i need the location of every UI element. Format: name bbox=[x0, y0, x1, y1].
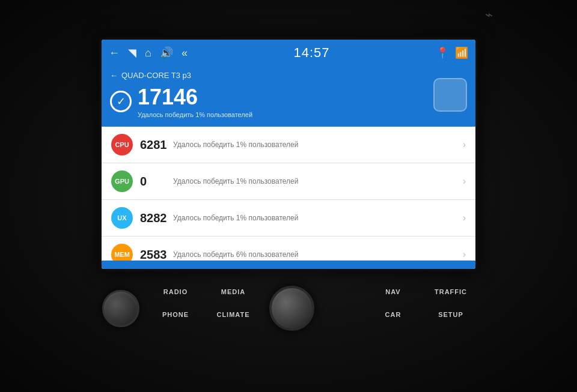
mem-description: Удалось победить 6% пользователей bbox=[173, 250, 463, 259]
radio-button[interactable]: RADIO bbox=[151, 288, 200, 306]
screen: ← ◥ ⌂ 🔊 « 14:57 📍 📶 ← QUAD-CORE T3 p bbox=[102, 40, 475, 269]
volume-icon[interactable]: 🔊 bbox=[160, 46, 173, 59]
top-bar-left-icons: ← ◥ ⌂ 🔊 « bbox=[109, 46, 188, 59]
back-nav[interactable]: ← QUAD-CORE T3 p3 bbox=[110, 71, 252, 80]
badge-mem: MEM bbox=[111, 244, 133, 261]
badge-ux: UX bbox=[111, 207, 133, 229]
device-name: QUAD-CORE T3 p3 bbox=[121, 71, 191, 80]
climate-button[interactable]: CLIMATE bbox=[209, 311, 257, 329]
gpu-description: Удалось победить 1% пользователей bbox=[173, 177, 463, 185]
score-list: CPU 6281 Удалось победить 1% пользовател… bbox=[102, 127, 475, 261]
header-section: ← QUAD-CORE T3 p3 ✓ 17146 Удалось победи… bbox=[102, 66, 475, 127]
physical-top-icons: ⌁ bbox=[485, 7, 493, 23]
home-icon[interactable]: ⌂ bbox=[145, 47, 151, 59]
top-bar-right-icons: 📍 📶 bbox=[436, 46, 468, 59]
nav-back-arrow: ← bbox=[110, 71, 118, 80]
back-icon[interactable]: ← bbox=[109, 47, 120, 59]
car-frame: ⌁ ← ◥ ⌂ 🔊 « 14:57 📍 📶 bbox=[0, 0, 577, 392]
chevron-icon-mem: › bbox=[463, 249, 466, 260]
gpu-score: 0 bbox=[140, 175, 173, 188]
chevron-icon-ux: › bbox=[463, 213, 466, 223]
screen-bezel: ← ◥ ⌂ 🔊 « 14:57 📍 📶 ← QUAD-CORE T3 p bbox=[99, 37, 478, 271]
wiper-icon: ⌁ bbox=[485, 7, 493, 23]
car-button[interactable]: CAR bbox=[369, 311, 417, 329]
score-row: ✓ 17146 Удалось победить 1% пользователе… bbox=[110, 85, 252, 118]
mem-score: 2583 bbox=[140, 248, 173, 261]
left-knob[interactable] bbox=[102, 290, 139, 327]
chevron-icon-gpu: › bbox=[463, 176, 466, 187]
phone-button[interactable]: PHONE bbox=[151, 311, 200, 329]
car-controls: RADIO MEDIA PHONE CLIMATE NAV TRAFFIC CA… bbox=[90, 275, 487, 337]
setup-button[interactable]: SETUP bbox=[427, 311, 475, 329]
duplicate-icon[interactable]: ◥ bbox=[128, 46, 136, 59]
score-item-mem[interactable]: MEM 2583 Удалось победить 6% пользовател… bbox=[102, 237, 475, 261]
double-left-icon[interactable]: « bbox=[182, 47, 188, 59]
wifi-icon[interactable]: 📶 bbox=[455, 46, 468, 59]
ux-score: 8282 bbox=[140, 211, 173, 225]
score-block: 17146 Удалось победить 1% пользователей bbox=[138, 85, 252, 118]
chevron-icon-cpu: › bbox=[463, 139, 466, 150]
right-control-buttons: NAV TRAFFIC CAR SETUP bbox=[369, 288, 475, 329]
badge-gpu: GPU bbox=[111, 170, 133, 192]
score-item-cpu[interactable]: CPU 6281 Удалось победить 1% пользовател… bbox=[102, 127, 475, 163]
cpu-description: Удалось победить 1% пользователей bbox=[173, 140, 463, 149]
avatar-circle bbox=[433, 78, 467, 112]
location-icon[interactable]: 📍 bbox=[436, 46, 449, 59]
traffic-button[interactable]: TRAFFIC bbox=[427, 288, 475, 306]
badge-cpu: CPU bbox=[111, 134, 133, 155]
ux-description: Удалось победить 1% пользователей bbox=[173, 214, 463, 222]
check-circle: ✓ bbox=[110, 91, 132, 112]
total-score-value: 17146 bbox=[138, 85, 252, 110]
left-control-buttons: RADIO MEDIA PHONE CLIMATE bbox=[151, 288, 257, 329]
header-left: ← QUAD-CORE T3 p3 ✓ 17146 Удалось победи… bbox=[110, 71, 252, 118]
cpu-score: 6281 bbox=[140, 138, 173, 152]
top-bar: ← ◥ ⌂ 🔊 « 14:57 📍 📶 bbox=[102, 40, 475, 66]
score-item-gpu[interactable]: GPU 0 Удалось победить 1% пользователей … bbox=[102, 163, 475, 200]
clock-display: 14:57 bbox=[293, 45, 329, 61]
media-button[interactable]: MEDIA bbox=[209, 288, 257, 306]
score-item-ux[interactable]: UX 8282 Удалось победить 1% пользователе… bbox=[102, 200, 475, 237]
right-knob[interactable] bbox=[269, 286, 314, 331]
score-subtitle: Удалось победить 1% пользователей bbox=[138, 111, 252, 118]
blue-bottom-strip bbox=[102, 261, 475, 269]
nav-button[interactable]: NAV bbox=[369, 288, 417, 306]
